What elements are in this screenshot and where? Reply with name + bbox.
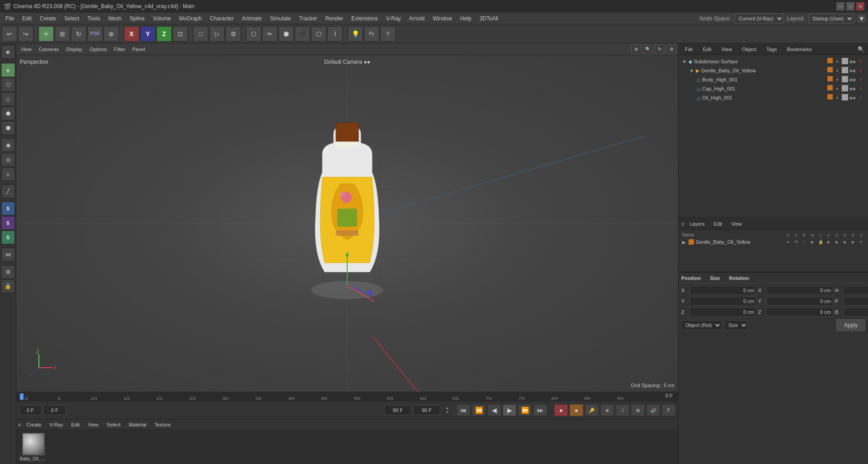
menu-simulate[interactable]: Simulate	[266, 14, 295, 23]
coord-input-z-size[interactable]	[766, 308, 833, 317]
tool-s-logo-button[interactable]: S	[1, 202, 15, 215]
coord-input-p-rot[interactable]	[843, 297, 868, 306]
z-axis-button[interactable]: Z	[156, 26, 172, 42]
psr-button[interactable]: PSR	[87, 26, 103, 42]
tool-polypen-button[interactable]: ⬢	[1, 121, 15, 135]
tool-s2-button[interactable]: S	[1, 216, 15, 230]
om-tags-menu[interactable]: Tags	[763, 46, 780, 53]
scale-tool-button[interactable]: ⊞	[55, 26, 70, 42]
coord-input-h-rot[interactable]	[843, 286, 868, 295]
om-file-menu[interactable]: File	[681, 46, 697, 53]
layer-toolbar-icon[interactable]: ≡	[681, 221, 684, 227]
menu-animate[interactable]: Animate	[238, 14, 265, 23]
material-menu-material[interactable]: Material	[126, 421, 149, 428]
timeline-ruler[interactable]: 0 F 0 5 10 15 20 25 30 35 40 45 50 55 60…	[16, 392, 678, 402]
y-axis-button[interactable]: Y	[140, 26, 156, 42]
layer-ctrl-m[interactable]: ▶	[809, 240, 816, 244]
object-coord-button[interactable]: ⊡	[173, 26, 188, 42]
tool-line-button[interactable]: ╱	[1, 185, 15, 198]
layer-ctrl-a[interactable]: ▶	[826, 240, 832, 244]
coord-input-b-rot[interactable]	[843, 308, 868, 317]
menu-mesh[interactable]: Mesh	[104, 14, 125, 23]
material-menu-create[interactable]: Create	[24, 421, 44, 428]
obj-expand-icon-group[interactable]: ▼	[689, 68, 694, 73]
menu-arnold[interactable]: Arnold	[406, 14, 429, 23]
go-to-start-button[interactable]: ⏮	[457, 404, 470, 416]
tool-tweak-button[interactable]: ◇	[1, 92, 15, 106]
obj-expand-icon[interactable]: ▼	[682, 59, 687, 64]
close-button[interactable]: ✕	[856, 2, 864, 10]
coord-input-z-pos[interactable]	[689, 308, 756, 317]
render-view-button[interactable]: □	[193, 26, 208, 42]
vp-menu-cameras[interactable]: Cameras	[36, 46, 62, 53]
vp-menu-view[interactable]: View	[18, 46, 34, 53]
x-axis-button[interactable]: X	[124, 26, 139, 42]
layer-tab-layers[interactable]: Layers	[686, 220, 708, 227]
layer-ctrl-render[interactable]: □	[801, 240, 807, 244]
menu-create[interactable]: Create	[36, 14, 60, 23]
sculpt-button[interactable]: ⬢	[278, 26, 294, 42]
key-all-button[interactable]: 🔑	[585, 404, 599, 416]
tool-lasso-select-button[interactable]: ⌾	[1, 167, 15, 181]
apply-button[interactable]: Apply	[836, 319, 865, 331]
obj-row-cap-high[interactable]: △ Cap_High_001 ● ◼◼ ✕	[695, 84, 866, 93]
layer-ctrl-s[interactable]: ●	[785, 240, 791, 244]
vray-button[interactable]: V	[380, 26, 396, 42]
frame-stepper[interactable]	[442, 405, 451, 415]
polygon-button[interactable]: ⬡	[311, 26, 326, 42]
material-menu-vray[interactable]: V-Ray	[47, 421, 66, 428]
paint-button[interactable]: ✏	[262, 26, 278, 42]
vp-menu-filter[interactable]: Filter	[111, 46, 127, 53]
om-view-menu[interactable]: View	[718, 46, 736, 53]
material-menu-texture[interactable]: Texture	[152, 421, 174, 428]
3d-viewport[interactable]: Perspective Default Camera ●● Grid Spaci…	[16, 55, 678, 392]
cube-primitive-button[interactable]: ⬛	[295, 26, 310, 42]
om-bookmarks-menu[interactable]: Bookmarks	[783, 46, 815, 53]
layout-select[interactable]: Startup (User)	[808, 14, 854, 24]
coord-input-x-pos[interactable]	[689, 286, 756, 295]
menu-character[interactable]: Character	[206, 14, 237, 23]
tool-lock-button[interactable]: 🔒	[1, 279, 15, 293]
vp-ctrl-zoom[interactable]: 🔍	[643, 44, 653, 54]
vp-ctrl-move[interactable]: ⊕	[631, 44, 641, 54]
tool-scene-button[interactable]: ⬡	[1, 78, 15, 91]
light-button[interactable]: 💡	[348, 26, 363, 42]
tool-loop-select-button[interactable]: ◎	[1, 153, 15, 166]
play-reverse-button[interactable]: ◀	[487, 404, 501, 416]
menu-render[interactable]: Render	[322, 14, 347, 23]
menu-spline[interactable]: Spline	[126, 14, 148, 23]
layer-expand-icon[interactable]: ▶	[682, 240, 686, 245]
material-menu-select[interactable]: Select	[104, 421, 123, 428]
size-mode-select[interactable]: Size	[724, 320, 748, 330]
sound-button[interactable]: 🔊	[646, 404, 660, 416]
render-settings-button[interactable]: ⚙	[226, 26, 241, 42]
menu-vray[interactable]: V-Ray	[382, 14, 405, 23]
vp-menu-display[interactable]: Display	[63, 46, 85, 53]
material-toolbar-menu-icon[interactable]: ≡	[18, 422, 21, 427]
vp-menu-panel[interactable]: Panel	[130, 46, 148, 53]
vp-ctrl-settings[interactable]: ⚙	[666, 44, 676, 54]
om-search-button[interactable]: 🔍	[856, 45, 865, 54]
om-object-menu[interactable]: Object	[738, 46, 760, 53]
node-space-select[interactable]: Current (V-Ray)	[735, 14, 783, 24]
auto-key-button[interactable]: ●	[570, 404, 583, 416]
timeline-more-button[interactable]: ⊞	[631, 404, 645, 416]
tool-layers-button[interactable]: ⊞	[1, 265, 15, 279]
move-tool-button[interactable]: ✛	[38, 26, 54, 42]
step-forward-button[interactable]: ⏩	[518, 404, 532, 416]
tool-magnet-button[interactable]: ⋈	[1, 248, 15, 261]
coord-input-y-pos[interactable]	[689, 297, 756, 306]
menu-mograph[interactable]: MoGraph	[175, 14, 205, 23]
tool-sculpt-button[interactable]: ⬟	[1, 107, 15, 120]
layer-ctrl-d[interactable]: ▶	[842, 240, 848, 244]
menu-3dtoall[interactable]: 3DToAll	[476, 14, 502, 23]
step-back-button[interactable]: ⏪	[472, 404, 486, 416]
key-selection-button[interactable]: ⊕	[600, 404, 614, 416]
spline-tool-button[interactable]: ⌇	[327, 26, 343, 42]
menu-window[interactable]: Window	[429, 14, 456, 23]
play-button[interactable]: ▶	[503, 404, 516, 416]
end-frame-input[interactable]	[384, 405, 411, 415]
tool-s3-button[interactable]: S	[1, 231, 15, 244]
minimize-button[interactable]: ─	[836, 2, 844, 10]
vp-ctrl-rotate[interactable]: ↻	[655, 44, 665, 54]
